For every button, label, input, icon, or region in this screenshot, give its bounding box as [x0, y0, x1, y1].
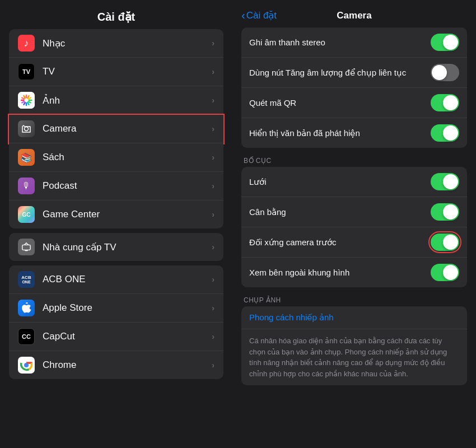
music-label: Nhạc: [43, 38, 212, 49]
app-settings-group: Nhạc › TV TV ›: [9, 29, 223, 228]
settings-item-gamecenter[interactable]: GC Game Center ›: [9, 200, 223, 228]
qr-toggle[interactable]: [431, 94, 459, 111]
chrome-label: Chrome: [43, 360, 212, 371]
camera-settings-list: Ghi âm thanh stereo Dùng nút Tăng âm lượ…: [232, 27, 476, 448]
photostyle-link[interactable]: Phong cách nhiếp ảnh: [241, 306, 467, 329]
applestore-label: Apple Store: [43, 302, 212, 314]
toggle-knob: [443, 265, 458, 280]
chevron-icon: ›: [212, 332, 214, 341]
settings-item-tvprovider[interactable]: Nhà cung cấp TV ›: [9, 233, 223, 261]
layout-group: Lưới Cân bằng Đối xứng camera trước Xem …: [241, 167, 467, 287]
capcut-icon: CC: [18, 328, 35, 345]
acbone-label: ACB ONE: [43, 274, 212, 285]
gamecenter-icon: GC: [18, 206, 35, 223]
podcast-icon: 🎙: [18, 178, 35, 194]
main-apps-group: Nhạc › TV TV ›: [9, 29, 223, 228]
podcast-label: Podcast: [43, 180, 212, 192]
mirror-toggle[interactable]: [431, 234, 459, 251]
settings-item-books[interactable]: 📚 Sách ›: [9, 143, 223, 172]
settings-list: Nhạc › TV TV ›: [0, 29, 232, 448]
photos-svg: [18, 92, 35, 109]
chrome-icon: [18, 357, 35, 374]
tv-provider-group: Nhà cung cấp TV ›: [9, 233, 223, 261]
left-panel: Cài đặt Nhạc › TV TV ›: [0, 0, 232, 448]
outside-toggle[interactable]: [431, 264, 459, 281]
tv-provider-group-wrapper: Nhà cung cấp TV ›: [9, 233, 223, 261]
right-title: Camera: [337, 10, 371, 21]
outside-label: Xem bên ngoài khung hình: [249, 267, 431, 278]
balance-label: Cân bằng: [249, 207, 431, 218]
camera-item-text: Hiển thị văn bản đã phát hiện: [241, 118, 467, 148]
settings-item-music[interactable]: Nhạc ›: [9, 29, 223, 58]
layout-section-header: BỐ CỤC: [241, 152, 467, 167]
grid-label: Lưới: [249, 176, 431, 188]
photo-section-header: CHỤP ẢNH: [241, 292, 467, 306]
back-label: Cài đặt: [246, 10, 277, 21]
tvprovider-label: Nhà cung cấp TV: [43, 241, 212, 253]
svg-rect-13: [22, 245, 30, 250]
chevron-icon: ›: [212, 210, 214, 219]
toggle-knob: [443, 204, 458, 220]
photostyle-link-text: Phong cách nhiếp ảnh: [249, 312, 334, 323]
text-toggle[interactable]: [431, 124, 459, 142]
toggle-knob: [443, 95, 458, 110]
third-party-group-wrapper: ACB ONE ACB ONE › Apple Store ›: [9, 265, 223, 379]
chevron-icon: ›: [212, 181, 214, 190]
chevron-icon: ›: [212, 242, 214, 251]
mirror-label: Đối xứng camera trước: [249, 237, 431, 248]
photostyle-section: Phong cách nhiếp ảnh Cá nhân hóa giao di…: [241, 306, 467, 385]
right-header: ‹ Cài đặt Camera: [232, 0, 476, 27]
tv-icon: TV: [18, 63, 35, 80]
settings-item-capcut[interactable]: CC CapCut ›: [9, 323, 223, 351]
toggle-knob: [443, 35, 458, 50]
camera-top-group: Ghi âm thanh stereo Dùng nút Tăng âm lượ…: [241, 27, 467, 148]
camera-item-stereo: Ghi âm thanh stereo: [241, 27, 467, 58]
settings-item-camera[interactable]: Camera ›: [9, 115, 223, 143]
settings-item-applestore[interactable]: Apple Store ›: [9, 294, 223, 323]
text-label: Hiển thị văn bản đã phát hiện: [249, 128, 431, 139]
gamecenter-label: Game Center: [43, 209, 212, 220]
back-button[interactable]: ‹ Cài đặt: [241, 9, 277, 22]
settings-item-photos[interactable]: Ảnh ›: [9, 86, 223, 115]
volume-toggle[interactable]: [431, 64, 459, 81]
camera-item-balance: Cân bằng: [241, 197, 467, 227]
grid-toggle[interactable]: [431, 173, 459, 190]
camera-item-outside: Xem bên ngoài khung hình: [241, 258, 467, 287]
stereo-label: Ghi âm thanh stereo: [249, 37, 431, 48]
stereo-toggle[interactable]: [431, 34, 459, 51]
photos-label: Ảnh: [43, 95, 212, 106]
balance-toggle[interactable]: [431, 203, 459, 221]
settings-item-tv[interactable]: TV TV ›: [9, 58, 223, 86]
chevron-icon: ›: [212, 361, 214, 370]
camera-app-icon: [18, 120, 35, 137]
books-label: Sách: [43, 152, 212, 163]
back-chevron-icon: ‹: [241, 9, 245, 22]
chevron-icon: ›: [212, 153, 214, 162]
camera-item-grid: Lưới: [241, 167, 467, 197]
settings-item-acbone[interactable]: ACB ONE ACB ONE ›: [9, 265, 223, 294]
toggle-knob: [443, 235, 458, 250]
photos-icon: [18, 92, 35, 109]
chevron-icon: ›: [212, 39, 214, 48]
toggle-knob: [443, 125, 458, 141]
svg-point-17: [25, 363, 28, 367]
tvprovider-icon: [18, 239, 35, 255]
applestore-icon: [18, 300, 35, 316]
volume-label: Dùng nút Tăng âm lượng để chụp liên tục: [249, 67, 431, 78]
toggle-knob: [432, 65, 447, 80]
third-party-group: ACB ONE ACB ONE › Apple Store ›: [9, 265, 223, 379]
camera-item-qr: Quét mã QR: [241, 88, 467, 118]
right-header-wrapper: ‹ Cài đặt Camera: [241, 9, 467, 22]
qr-label: Quét mã QR: [249, 97, 431, 109]
camera-svg: [21, 124, 31, 133]
chevron-icon: ›: [212, 275, 214, 284]
settings-item-podcast[interactable]: 🎙 Podcast ›: [9, 172, 223, 200]
right-panel: ‹ Cài đặt Camera Ghi âm thanh stereo Dùn…: [232, 0, 476, 448]
music-icon: [18, 35, 35, 52]
left-header: Cài đặt: [0, 0, 232, 29]
acbone-icon: ACB ONE: [18, 271, 35, 288]
photostyle-description: Cá nhân hóa giao diện ảnh của bạn bằng c…: [241, 329, 467, 385]
settings-item-chrome[interactable]: Chrome ›: [9, 351, 223, 379]
chevron-icon: ›: [212, 67, 214, 76]
camera-item-mirror: Đối xứng camera trước: [241, 227, 467, 258]
